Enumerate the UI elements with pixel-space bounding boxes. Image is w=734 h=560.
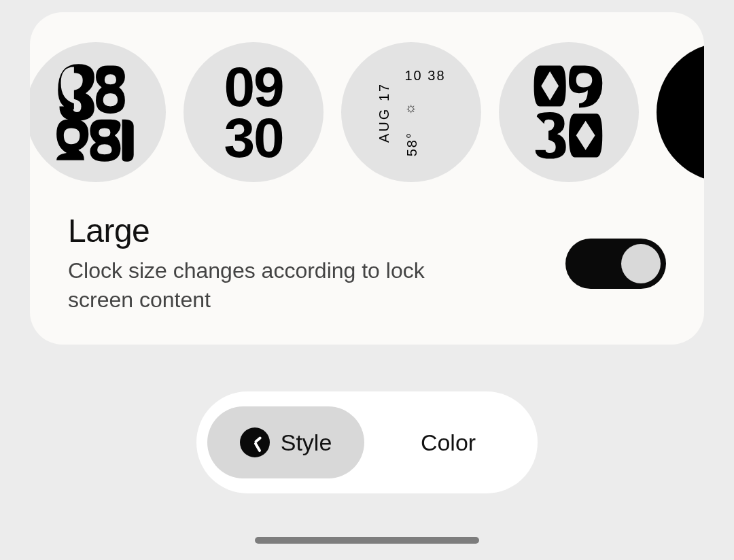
clock-size-toggle[interactable] bbox=[565, 239, 666, 289]
clock-settings-card: 09 30 AUG 17 10 38 ☼ 58° bbox=[30, 12, 704, 345]
clock-style-info[interactable]: AUG 17 10 38 ☼ 58° bbox=[341, 42, 481, 182]
setting-subtitle: Clock size changes according to lock scr… bbox=[68, 256, 476, 315]
clock-size-setting: Large Clock size changes according to lo… bbox=[30, 182, 704, 315]
tab-color[interactable]: Color bbox=[370, 406, 527, 478]
info-preview: AUG 17 10 38 ☼ 58° bbox=[377, 68, 445, 156]
clock-icon bbox=[240, 427, 270, 457]
style-color-tabs: Style Color bbox=[196, 391, 538, 493]
digital-top: 09 bbox=[224, 61, 283, 112]
clock-style-list[interactable]: 09 30 AUG 17 10 38 ☼ 58° bbox=[30, 12, 704, 182]
stencil-clock-icon bbox=[531, 61, 606, 163]
setting-title: Large bbox=[68, 212, 549, 249]
digital-bottom: 30 bbox=[224, 112, 283, 163]
tab-color-label: Color bbox=[421, 430, 476, 456]
info-time: 10 38 bbox=[404, 68, 445, 84]
bubble-clock-icon bbox=[51, 61, 141, 163]
toggle-knob bbox=[621, 244, 661, 283]
tab-style[interactable]: Style bbox=[207, 406, 364, 478]
clock-style-digital[interactable]: 09 30 bbox=[184, 42, 324, 182]
sun-icon: ☼ bbox=[404, 101, 417, 114]
navigation-handle[interactable] bbox=[255, 537, 479, 544]
clock-style-stencil[interactable] bbox=[499, 42, 639, 182]
info-temp: 58° bbox=[404, 132, 420, 156]
clock-style-bubble[interactable] bbox=[30, 42, 166, 182]
digital-preview: 09 30 bbox=[224, 61, 283, 164]
info-date: AUG 17 bbox=[377, 68, 392, 156]
clock-style-dark[interactable]: 0 3 bbox=[657, 42, 704, 182]
tab-style-label: Style bbox=[281, 430, 332, 456]
